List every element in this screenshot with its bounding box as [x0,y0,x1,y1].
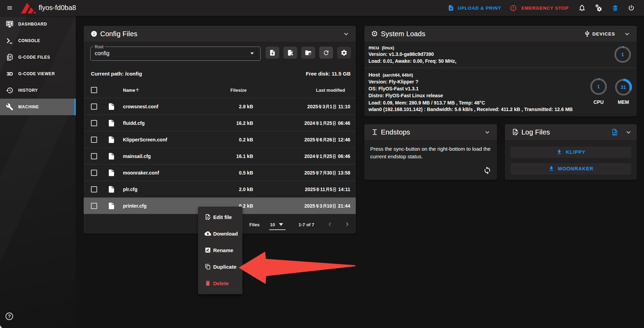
svg-text:1: 1 [621,52,624,57]
svg-text:31: 31 [621,85,626,90]
svg-text:1: 1 [597,84,600,89]
